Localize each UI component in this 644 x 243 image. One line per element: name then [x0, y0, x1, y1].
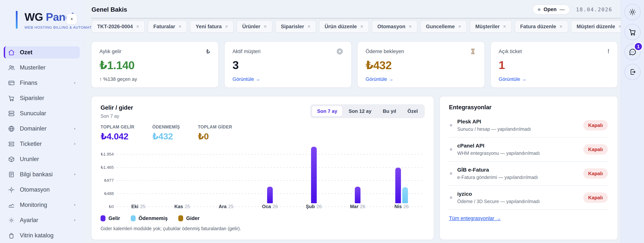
month-name: Oca — [262, 204, 271, 209]
y-axis-tick-label: ₺977 — [100, 178, 114, 183]
sidebar-item-bilgi-bankasi[interactable]: Bilgi bankasi — [4, 168, 80, 181]
x-axis-label-oca-26: Oca26 — [248, 203, 292, 210]
bar-cell-oca-26 — [248, 147, 292, 203]
bar-gelir-oca-26[interactable] — [267, 187, 273, 203]
sidebar-item-label: Otomasyon — [20, 186, 50, 193]
stat-card-deme-bekleyen: Ödeme bekleyen₺432Görüntüle → — [357, 41, 485, 88]
range-button-zel[interactable]: Özel — [402, 106, 423, 117]
tab-fatura-d-zenle[interactable]: Fatura düzenle× — [514, 20, 568, 33]
month-year: 25 — [140, 204, 146, 209]
legend-label: Gider — [186, 216, 200, 221]
tab-m-teri-d-zenle[interactable]: Müşteri düzenle× — [571, 20, 620, 33]
sidebar-item-sunucular[interactable]: Sunucular — [4, 107, 80, 119]
tab-close-icon[interactable]: × — [308, 24, 310, 29]
tab-siparisler[interactable]: Siparisler× — [275, 20, 316, 33]
tab-label: Müşteri düzenle — [577, 24, 615, 29]
tab-otomasyon[interactable]: Otomasyon× — [372, 20, 418, 33]
tab-guncelleme[interactable]: Guncelleme× — [420, 20, 467, 33]
sidebar-item-label: Ozet — [20, 49, 32, 56]
stat-card-view-link[interactable]: Görüntüle → — [499, 76, 526, 82]
tab-yeni-fatura[interactable]: Yeni fatura× — [190, 20, 234, 33]
sidebar-item-monitoring[interactable]: Monitoring — [4, 199, 80, 211]
cart-icon — [628, 28, 637, 36]
tab-close-icon[interactable]: × — [560, 24, 562, 29]
range-button-bu-y-l[interactable]: Bu yıl — [378, 106, 402, 117]
sidebar-item-ticketler[interactable]: Ticketler — [4, 138, 80, 150]
tab-close-icon[interactable]: × — [503, 24, 506, 29]
status-dot-icon — [450, 148, 452, 151]
sidebar-item-ozet[interactable]: Ozet — [4, 46, 80, 58]
rail-button-logout[interactable] — [624, 64, 640, 80]
chart-note: Gider kalemleri modülde yok; çubuklar öd… — [100, 226, 424, 231]
hourglass-icon — [469, 48, 476, 56]
status-label: Open — [544, 6, 556, 12]
tab-close-icon[interactable]: × — [458, 24, 461, 29]
stat-card-title: Açık ticket — [499, 49, 610, 54]
lira-icon: ₺ — [206, 48, 210, 55]
chart-title: Gelir / gider — [100, 104, 133, 111]
tab-close-icon[interactable]: × — [409, 24, 412, 29]
sidebar-item-urunler[interactable]: Urunler — [4, 153, 80, 165]
month-year: 26 — [360, 204, 366, 209]
tab-close-icon[interactable]: × — [136, 24, 139, 29]
legend-item-denmemi: Ödenmemiş — [131, 215, 168, 221]
tab-r-nler[interactable]: Ürünler× — [236, 20, 272, 33]
tab-tkt-2026-0004[interactable]: TKT-2026-0004× — [92, 20, 145, 33]
sidebar-item-label: Bilgi bankasi — [20, 171, 53, 178]
header-right: Open — 18.04.2026 — [532, 4, 612, 14]
stat-card-aktif-m-teri: Aktif müşteri3Görüntüle → — [224, 41, 352, 88]
tab-close-icon[interactable]: × — [178, 24, 182, 29]
month-year: 26 — [272, 204, 278, 209]
bar-gelir-mar-26[interactable] — [355, 187, 360, 203]
sidebar-item-musteriler[interactable]: Musteriler — [4, 62, 80, 74]
sidebar-item-label: Musteriler — [20, 64, 46, 71]
x-axis-label-kas-25: Kas25 — [160, 203, 204, 210]
range-button-son-7-ay[interactable]: Son 7 ay — [312, 106, 342, 117]
tab-label: Faturalar — [153, 24, 175, 29]
stat-card-view-link[interactable]: Görüntüle → — [232, 76, 260, 82]
sidebar-item-label: Domainler — [20, 125, 46, 132]
integration-item-gi-b-e-fatura[interactable]: GİB e-Faturae-Fatura gönderimi — yapılan… — [449, 162, 608, 186]
integration-description: Sunucu / hesap — yapılandırılmadı — [457, 126, 580, 132]
sun-icon — [8, 217, 15, 224]
status-pill[interactable]: Open — — [532, 4, 570, 14]
sidebar-item-label: Ticketler — [20, 141, 42, 147]
stat-card-view-link[interactable]: Görüntüle → — [366, 76, 393, 82]
tab-m-teriler[interactable]: Müşteriler× — [470, 20, 512, 33]
sidebar-item-otomasyon[interactable]: Otomasyon — [4, 184, 80, 196]
sidebar-item-ayarlar[interactable]: Ayarlar — [4, 214, 80, 226]
tabs-scroll-track[interactable] — [92, 18, 620, 19]
home-icon — [8, 49, 15, 56]
sidebar-item-domainler[interactable]: Domainler — [4, 123, 80, 135]
chart-stat-denmemi: ÖDENMEMİŞ₺432 — [152, 125, 180, 141]
tab-faturalar[interactable]: Faturalar× — [148, 20, 187, 33]
bar-odenmemis-nis-26[interactable] — [402, 187, 408, 203]
integration-item-iyzico[interactable]: iyzicoÖdeme / 3D Secure — yapılandırılma… — [449, 186, 608, 210]
page-header: Genel Bakis Open — 18.04.2026 — [84, 0, 620, 14]
stat-card-footer: Görüntüle → — [232, 76, 260, 82]
bar-group — [395, 168, 408, 203]
sidebar: WG Panel WEB HOSTING BILLING & AUTOMATIO… — [0, 0, 84, 243]
month-year: 26 — [316, 204, 322, 209]
integration-item-cpanel-api[interactable]: cPanel APIWHM entegrasyonu — yapılandırı… — [449, 138, 608, 162]
sidebar-item-vitrin-katalog[interactable]: Vitrin katalog — [4, 230, 80, 242]
tab-close-icon[interactable]: × — [264, 24, 267, 29]
current-date: 18.04.2026 — [576, 6, 612, 12]
tab-r-n-d-zenle[interactable]: Ürün düzenle× — [319, 20, 369, 33]
rail-button-chat[interactable]: 1 — [624, 44, 640, 60]
rail-button-theme-sun[interactable] — [624, 4, 640, 20]
tab-close-icon[interactable]: × — [225, 24, 228, 29]
bar-gelir-ub-26[interactable] — [311, 147, 317, 203]
rail-button-cart[interactable] — [624, 24, 640, 40]
chart-stat-toplam-gi-der: TOPLAM GİDER₺0 — [198, 125, 232, 141]
range-button-son-12-ay[interactable]: Son 12 ay — [343, 106, 377, 117]
sidebar-item-siparisler[interactable]: Siparisler — [4, 92, 80, 104]
integration-item-plesk-api[interactable]: Plesk APISunucu / hesap — yapılandırılma… — [449, 113, 608, 138]
bar-cell-eki-25 — [116, 147, 160, 203]
tab-close-icon[interactable]: × — [360, 24, 363, 29]
bar-gelir-nis-26[interactable] — [395, 168, 401, 203]
tab-close-icon[interactable]: × — [618, 24, 620, 29]
all-integrations-link[interactable]: Tüm entegrasyonlar → — [449, 216, 501, 221]
sidebar-item-finans[interactable]: Finans — [4, 77, 80, 89]
sidebar-collapse-button[interactable] — [66, 13, 77, 24]
